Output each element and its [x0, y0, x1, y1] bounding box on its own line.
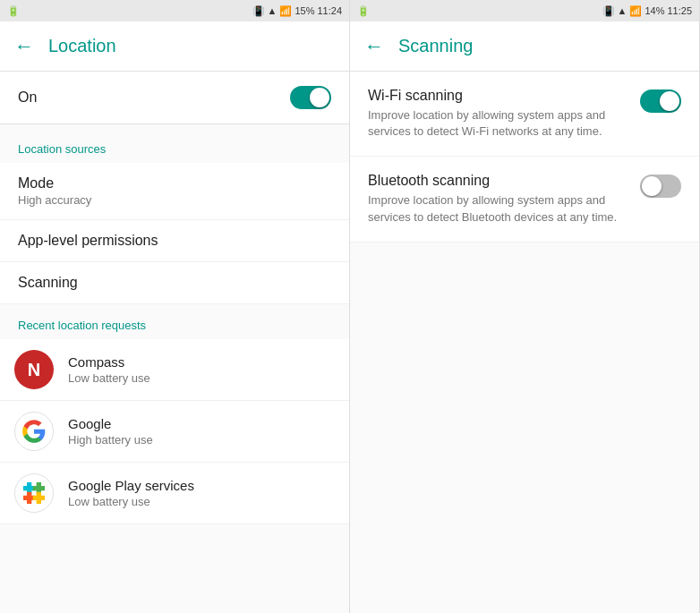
wifi-scan-toggle[interactable] [640, 89, 681, 113]
left-toolbar: ← Location [0, 21, 349, 72]
bluetooth-scan-item: Bluetooth scanning Improve location by a… [350, 157, 699, 242]
wifi-icon-left: ▲ [268, 5, 277, 16]
play-services-list-item[interactable]: Google Play services Low battery use [0, 463, 349, 524]
compass-list-item[interactable]: N Compass Low battery use [0, 339, 349, 401]
back-button-left[interactable]: ← [14, 35, 34, 58]
google-list-item[interactable]: Google High battery use [0, 401, 349, 463]
wifi-scan-toggle-knob [660, 91, 679, 111]
compass-icon: N [14, 350, 54, 389]
battery-percent-right: 14% [645, 5, 664, 16]
battery-icon-left: 🔋 [7, 5, 20, 17]
vibrate-icon-left: 📳 [252, 5, 265, 17]
bluetooth-scan-toggle-knob [642, 176, 662, 196]
google-g-svg [21, 419, 47, 444]
wifi-scan-desc: Improve location by allowing system apps… [368, 107, 626, 140]
google-subtitle: High battery use [68, 433, 153, 447]
scanning-item[interactable]: Scanning [0, 262, 349, 304]
bluetooth-scan-desc: Improve location by allowing system apps… [368, 192, 626, 225]
google-icon-wrap [14, 412, 54, 451]
signal-icon-right: 📶 [629, 5, 642, 17]
play-services-icon-wrap [14, 473, 54, 513]
toggle-knob [310, 88, 329, 107]
mode-subtitle: High accuracy [18, 193, 331, 207]
left-status-bar: 🔋 📳 ▲ 📶 15% 11:24 [0, 0, 349, 21]
wifi-scan-title: Wi-Fi scanning [368, 88, 626, 104]
left-content: On Location sources Mode High accuracy A… [0, 72, 349, 613]
battery-percent-left: 15% [295, 5, 314, 16]
left-panel-title: Location [48, 36, 116, 56]
app-permissions-item[interactable]: App-level permissions [0, 220, 349, 262]
wifi-scan-item: Wi-Fi scanning Improve location by allow… [350, 72, 699, 157]
toggle-label: On [18, 89, 37, 106]
recent-requests-header: Recent location requests [0, 304, 349, 339]
play-services-title: Google Play services [68, 478, 194, 493]
vibrate-icon-right: 📳 [602, 5, 615, 17]
left-panel: 🔋 📳 ▲ 📶 15% 11:24 ← Location On Location… [0, 0, 350, 613]
back-button-right[interactable]: ← [364, 35, 384, 58]
compass-subtitle: Low battery use [68, 371, 150, 385]
play-services-subtitle: Low battery use [68, 495, 194, 508]
right-status-bar: 🔋 📳 ▲ 📶 14% 11:25 [350, 0, 699, 21]
app-permissions-title: App-level permissions [18, 233, 331, 249]
play-services-svg [20, 479, 48, 507]
wifi-icon-right: ▲ [618, 5, 627, 16]
signal-icon-left: 📶 [279, 5, 292, 17]
time-left: 11:24 [317, 5, 342, 16]
google-title: Google [68, 416, 153, 431]
right-toolbar: ← Scanning [350, 21, 699, 72]
bluetooth-scan-toggle[interactable] [640, 175, 681, 198]
compass-title: Compass [68, 354, 150, 370]
right-content: Wi-Fi scanning Improve location by allow… [350, 72, 699, 613]
battery-icon-right: 🔋 [357, 5, 370, 17]
mode-title: Mode [18, 175, 331, 192]
bluetooth-scan-title: Bluetooth scanning [368, 173, 626, 189]
location-toggle[interactable] [290, 86, 331, 109]
right-panel-title: Scanning [398, 36, 473, 56]
right-panel: 🔋 📳 ▲ 📶 14% 11:25 ← Scanning Wi-Fi scann… [350, 0, 700, 613]
time-right: 11:25 [667, 5, 692, 16]
location-toggle-row: On [0, 72, 349, 124]
scanning-title: Scanning [18, 275, 331, 291]
location-sources-header: Location sources [0, 128, 349, 163]
mode-item[interactable]: Mode High accuracy [0, 163, 349, 220]
